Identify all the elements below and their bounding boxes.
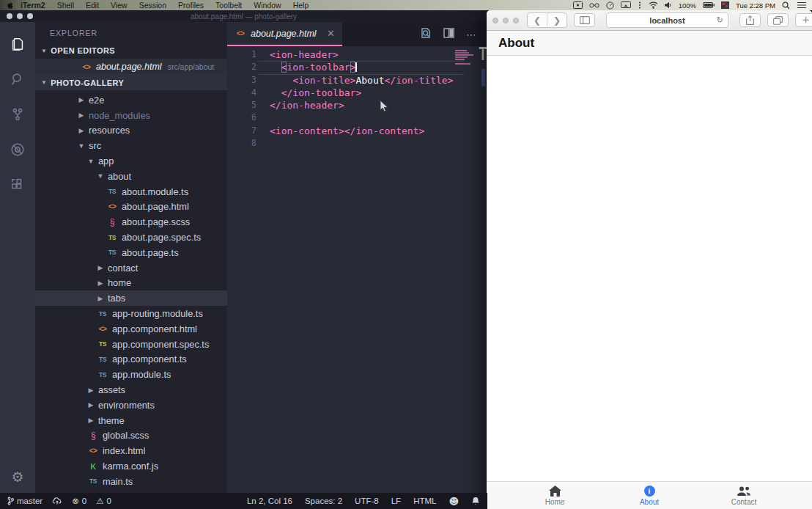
sidebar-button[interactable]	[574, 13, 595, 27]
menu-item-profiles[interactable]: Profiles	[172, 1, 210, 10]
chevron-right-icon: ▶	[97, 279, 104, 287]
tab-overview-button[interactable]	[767, 13, 789, 27]
tab-contact[interactable]: Contact	[717, 485, 770, 506]
wifi-icon[interactable]	[649, 1, 658, 9]
close-window-button[interactable]	[7, 13, 12, 19]
gear-icon[interactable]: ⚙	[0, 470, 35, 484]
minimize-window-button[interactable]	[17, 13, 23, 19]
tree-folder-tabs[interactable]: ▶tabs	[35, 290, 227, 306]
apple-icon[interactable]	[4, 1, 15, 10]
tab-home[interactable]: Home	[528, 485, 581, 506]
screenshot-icon[interactable]	[573, 1, 583, 9]
menu-item-iterm2[interactable]: iTerm2	[15, 1, 51, 10]
tree-folder-home[interactable]: ▶home	[35, 276, 227, 291]
tab-about[interactable]: iAbout	[623, 485, 676, 506]
files-icon[interactable]	[0, 26, 35, 62]
git-branch-indicator[interactable]: master	[7, 497, 43, 505]
tree-file-index-html[interactable]: <>index.html	[35, 443, 227, 458]
tree-file-about-page-spec-ts[interactable]: TSabout.page.spec.ts	[35, 230, 227, 245]
sync-icon[interactable]	[52, 497, 62, 505]
zoom-window-button[interactable]	[27, 13, 33, 19]
new-tab-button[interactable]: ＋	[795, 13, 812, 27]
notifications-bell-icon[interactable]	[471, 497, 480, 506]
volume-icon[interactable]	[665, 1, 672, 9]
tree-folder-environments[interactable]: ▶environments	[35, 398, 227, 413]
search-icon[interactable]	[0, 62, 35, 97]
split-editor-icon[interactable]	[443, 28, 454, 41]
open-preview-icon[interactable]	[420, 27, 432, 42]
language-mode[interactable]: HTML	[413, 497, 436, 505]
tab-about-page-html[interactable]: <> about.page.html ✕	[227, 22, 342, 46]
minimize-window-button[interactable]	[503, 18, 509, 23]
more-actions-icon[interactable]: ⋯	[466, 29, 477, 40]
menu-item-edit[interactable]: Edit	[80, 1, 105, 10]
encoding[interactable]: UTF-8	[355, 497, 379, 505]
warnings-indicator[interactable]: ⚠ 0	[96, 496, 111, 506]
back-button[interactable]: ❮	[528, 13, 547, 27]
tree-file-global-scss[interactable]: §global.scss	[35, 428, 227, 444]
tree-folder-contact[interactable]: ▶contact	[35, 260, 227, 276]
zoom-window-button[interactable]	[513, 18, 519, 23]
indentation[interactable]: Spaces: 2	[305, 497, 342, 505]
open-editor-item[interactable]: <> about.page.html src/app/about	[35, 59, 227, 75]
tree-folder-about[interactable]: ▼about	[35, 169, 227, 184]
source-control-icon[interactable]	[0, 97, 35, 132]
tree-folder-theme[interactable]: ▶theme	[35, 413, 227, 428]
menu-item-window[interactable]: Window	[248, 1, 287, 10]
clipboard-app-icon[interactable]	[721, 1, 729, 9]
minimap[interactable]	[455, 50, 477, 65]
tree-file-app-component-html[interactable]: <>app.component.html	[35, 321, 227, 337]
cursor-position[interactable]: Ln 2, Col 16	[247, 497, 292, 505]
timer-icon[interactable]	[606, 1, 614, 10]
debug-icon[interactable]	[0, 132, 35, 167]
glasses-icon[interactable]	[589, 2, 599, 8]
tree-file-about-page-scss[interactable]: §about.page.scss	[35, 214, 227, 230]
tree-folder-resources[interactable]: ▶resources	[35, 123, 227, 139]
ts-file-icon: TS	[97, 310, 108, 318]
tree-file-about-module-ts[interactable]: TSabout.module.ts	[35, 184, 227, 199]
tree-file-app-component-spec-ts[interactable]: TSapp.component.spec.ts	[35, 337, 227, 352]
tree-item-label: karma.conf.js	[103, 461, 158, 472]
menu-item-toolbelt[interactable]: Toolbelt	[210, 1, 248, 10]
menu-item-help[interactable]: Help	[287, 1, 315, 10]
reload-icon[interactable]: ↻	[717, 15, 723, 25]
tree-folder-src[interactable]: ▼src	[35, 138, 227, 153]
chevron-right-icon: ▶	[87, 401, 95, 409]
tree-file-app-component-ts[interactable]: TSapp.component.ts	[35, 352, 227, 367]
battery-icon[interactable]	[703, 2, 715, 8]
share-button[interactable]	[739, 13, 761, 27]
tree-item-label: about	[108, 171, 131, 182]
tree-file-app-routing-module-ts[interactable]: TSapp-routing.module.ts	[35, 306, 227, 321]
vscode-title-bar[interactable]: about.page.html — photo-gallery	[0, 10, 487, 22]
tree-folder-assets[interactable]: ▶assets	[35, 382, 227, 398]
menu-item-session[interactable]: Session	[133, 1, 172, 10]
tree-file-about-page-ts[interactable]: TSabout.page.ts	[35, 245, 227, 260]
display-icon[interactable]	[621, 1, 631, 9]
extensions-icon[interactable]	[0, 167, 35, 202]
tree-file-main-ts[interactable]: TSmain.ts	[35, 474, 227, 489]
close-window-button[interactable]	[492, 18, 498, 23]
close-icon[interactable]: ✕	[327, 29, 335, 38]
errors-indicator[interactable]: ⊗ 0	[72, 496, 86, 506]
menu-bar-clock[interactable]: Tue 2:28 PM	[736, 1, 775, 10]
open-editors-section[interactable]: ▼ OPEN EDITORS	[35, 43, 227, 59]
window-controls[interactable]	[492, 18, 519, 23]
keyboard-icon[interactable]	[638, 1, 642, 10]
tree-file-karma-conf-js[interactable]: Kkarma.conf.js	[35, 458, 227, 474]
tree-file-app-module-ts[interactable]: TSapp.module.ts	[35, 367, 227, 382]
tree-folder-app[interactable]: ▼app	[35, 153, 227, 169]
tree-folder-node-modules[interactable]: ▶node_modules	[35, 108, 227, 123]
project-section[interactable]: ▼ PHOTO-GALLERY	[35, 75, 227, 90]
forward-button[interactable]: ❯	[547, 13, 566, 27]
menu-item-shell[interactable]: Shell	[51, 1, 80, 10]
notification-center-icon[interactable]	[797, 1, 806, 9]
tree-folder-e2e[interactable]: ▶e2e	[35, 92, 227, 108]
code-editor[interactable]: T 1<ion-header>2 <ion-toolbar>3 <ion-tit…	[227, 46, 487, 493]
menu-item-view[interactable]: View	[105, 1, 133, 10]
tree-file-about-page-html[interactable]: <>about.page.html	[35, 199, 227, 215]
eol-sequence[interactable]: LF	[391, 497, 401, 505]
window-controls[interactable]	[7, 13, 33, 19]
address-bar[interactable]: localhost ↻	[606, 12, 728, 28]
feedback-smiley-icon[interactable]: ☻	[449, 496, 459, 507]
spotlight-icon[interactable]	[782, 1, 790, 10]
